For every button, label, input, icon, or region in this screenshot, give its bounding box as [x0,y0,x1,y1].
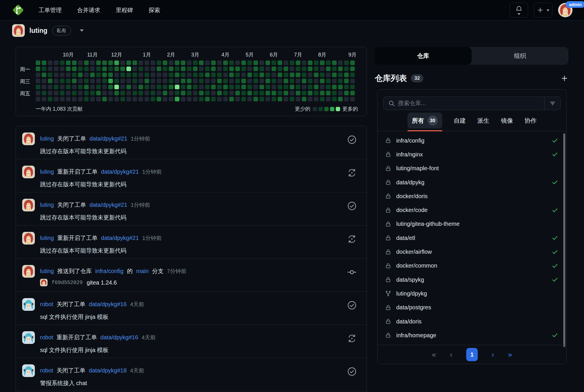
heatmap-cell[interactable] [181,97,185,101]
heatmap-cell[interactable] [120,73,125,77]
heatmap-cell[interactable] [157,97,161,101]
heatmap-cell[interactable] [205,60,210,65]
avatar[interactable] [22,232,35,245]
heatmap-cell[interactable] [314,67,318,71]
repo-row[interactable]: data/doris [378,315,566,328]
heatmap-cell[interactable] [296,73,300,77]
heatmap-cell[interactable] [205,91,210,95]
heatmap-cell[interactable] [235,73,240,77]
repo-row[interactable]: data/postgres [378,301,566,315]
heatmap-cell[interactable] [320,79,325,83]
repo-row[interactable]: infra/nginx [378,147,566,161]
heatmap-cell[interactable] [266,79,270,83]
heatmap-cell[interactable] [126,60,131,65]
heatmap-cell[interactable] [157,60,161,65]
heatmap-cell[interactable] [290,97,294,101]
heatmap-cell[interactable] [199,85,204,89]
heatmap-cell[interactable] [223,97,228,101]
avatar[interactable] [22,298,35,311]
heatmap-cell[interactable] [102,60,107,65]
search-input[interactable] [398,97,544,110]
pagination-last-button[interactable]: » [508,351,512,358]
heatmap-cell[interactable] [266,85,270,89]
heatmap-cell[interactable] [84,85,89,89]
repo-row[interactable]: infra/homepage [378,328,566,342]
heatmap-cell[interactable] [344,97,349,101]
heatmap-cell[interactable] [338,79,343,83]
heatmap-cell[interactable] [211,73,216,77]
heatmap-cell[interactable] [42,60,46,65]
heatmap-cell[interactable] [145,67,149,71]
heatmap-cell[interactable] [175,85,179,89]
heatmap-cell[interactable] [84,97,89,101]
heatmap-cell[interactable] [132,91,137,95]
heatmap-cell[interactable] [272,73,276,77]
heatmap-cell[interactable] [175,97,179,101]
heatmap-cell[interactable] [60,73,65,77]
repo-row[interactable]: data/dpykg [378,175,566,189]
heatmap-cell[interactable] [284,97,288,101]
heatmap-cell[interactable] [72,79,77,83]
heatmap-cell[interactable] [114,97,119,101]
heatmap-cell[interactable] [211,79,216,83]
heatmap-cell[interactable] [326,91,331,95]
heatmap-cell[interactable] [308,91,312,95]
heatmap-cell[interactable] [266,97,270,101]
heatmap-cell[interactable] [78,85,83,89]
heatmap-cell[interactable] [132,73,137,77]
filter-tab-4[interactable]: 协作 [525,117,537,125]
heatmap-cell[interactable] [272,91,276,95]
repo-row[interactable]: docker/common [378,259,566,273]
heatmap-cell[interactable] [320,91,325,95]
heatmap-cell[interactable] [247,91,252,95]
heatmap-cell[interactable] [145,85,149,89]
heatmap-cell[interactable] [217,91,222,95]
heatmap-cell[interactable] [139,97,143,101]
heatmap-cell[interactable] [253,97,258,101]
heatmap-cell[interactable] [314,97,318,101]
heatmap-cell[interactable] [187,91,191,95]
heatmap-cell[interactable] [229,91,234,95]
heatmap-cell[interactable] [193,60,198,65]
heatmap-cell[interactable] [145,60,149,65]
heatmap-cell[interactable] [308,73,312,77]
repo-link[interactable]: data/dpykg#21 [101,235,139,241]
repo-name-link[interactable]: docker/common [396,262,437,269]
avatar[interactable] [22,265,35,278]
heatmap-cell[interactable] [211,85,216,89]
add-repo-button[interactable] [560,74,568,82]
heatmap-cell[interactable] [114,79,119,83]
heatmap-cell[interactable] [84,79,89,83]
heatmap-cell[interactable] [60,91,65,95]
heatmap-cell[interactable] [114,60,119,65]
sort-filter-button[interactable] [544,97,560,110]
heatmap-cell[interactable] [151,67,155,71]
heatmap-cell[interactable] [332,97,337,101]
heatmap-cell[interactable] [326,73,331,77]
heatmap-cell[interactable] [241,91,246,95]
heatmap-cell[interactable] [344,85,349,89]
heatmap-cell[interactable] [308,60,312,65]
heatmap-cell[interactable] [338,73,343,77]
heatmap-cell[interactable] [139,73,143,77]
heatmap-cell[interactable] [302,67,306,71]
heatmap-cell[interactable] [223,79,228,83]
heatmap-cell[interactable] [36,73,40,77]
heatmap-cell[interactable] [320,73,325,77]
repo-name-link[interactable]: luting/dpykg [396,290,427,297]
repo-link[interactable]: data/dpykg#21 [90,135,127,142]
heatmap-cell[interactable] [332,67,337,71]
profile-username[interactable]: luting [29,27,48,35]
heatmap-cell[interactable] [181,79,185,83]
heatmap-cell[interactable] [126,67,131,71]
filter-tab-2[interactable]: 派生 [477,117,490,125]
heatmap-cell[interactable] [302,91,306,95]
heatmap-cell[interactable] [175,67,179,71]
heatmap-cell[interactable] [296,85,300,89]
heatmap-cell[interactable] [187,79,191,83]
heatmap-cell[interactable] [157,67,161,71]
heatmap-cell[interactable] [78,97,83,101]
heatmap-cell[interactable] [211,91,216,95]
heatmap-cell[interactable] [96,97,101,101]
heatmap-cell[interactable] [108,97,113,101]
